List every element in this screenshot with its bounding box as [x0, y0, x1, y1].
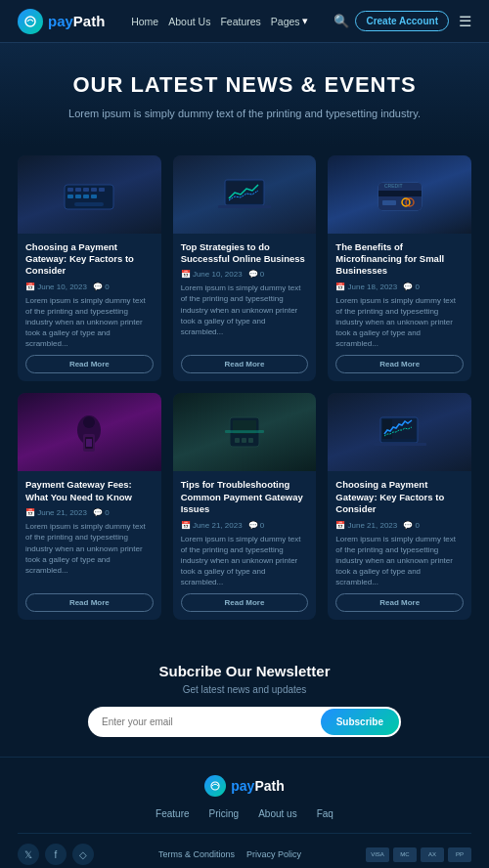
visa-icon: VISA — [366, 847, 389, 862]
newsletter-title: Subcribe Our Newsletter — [29, 663, 460, 679]
svg-rect-6 — [99, 188, 105, 192]
card-title: Choosing a Payment Gateway: Key Factors … — [25, 241, 154, 278]
footer-logo-icon — [204, 775, 226, 797]
svg-rect-9 — [83, 195, 89, 198]
news-section: Choosing a Payment Gateway: Key Factors … — [0, 146, 489, 640]
card-comments: 💬 0 — [248, 270, 265, 279]
news-card: Choosing a Payment Gateway: Key Factors … — [18, 155, 161, 382]
card-body: Choosing a Payment Gateway: Key Factors … — [18, 234, 161, 382]
header-actions: 🔍 Create Account ☰ — [333, 11, 471, 31]
read-more-button[interactable]: Read More — [181, 593, 309, 612]
card-text: Lorem ipsum is simply dummy text of the … — [25, 295, 154, 350]
card-date: 📅 June 21, 2023 — [335, 521, 397, 530]
logo-icon — [18, 9, 43, 34]
svg-rect-36 — [382, 419, 392, 439]
svg-rect-32 — [248, 438, 253, 443]
footer-logo-text: payPath — [231, 778, 284, 794]
card-comments: 💬 0 — [93, 282, 110, 291]
hamburger-menu-icon[interactable]: ☰ — [459, 13, 471, 30]
amex-icon: AX — [421, 847, 444, 862]
chevron-down-icon: ▾ — [302, 15, 308, 27]
subscribe-button[interactable]: Subscribe — [321, 709, 399, 735]
footer-nav: FeaturePricingAbout usFaq — [0, 808, 489, 819]
svg-rect-5 — [91, 188, 97, 192]
card-date: 📅 June 10, 2023 — [181, 270, 243, 279]
card-image — [328, 393, 471, 471]
logo-pay: payPath — [48, 13, 105, 29]
card-body: The Benefits of Microfinancing for Small… — [328, 234, 471, 382]
footer-nav-item[interactable]: Feature — [156, 808, 189, 819]
svg-rect-11 — [74, 202, 104, 206]
card-image-decoration — [328, 393, 471, 471]
nav-about[interactable]: About Us — [168, 16, 210, 27]
footer-nav-item[interactable]: Pricing — [209, 808, 240, 819]
card-image-decoration — [18, 155, 161, 234]
card-image — [173, 393, 317, 471]
read-more-button[interactable]: Read More — [335, 355, 464, 373]
card-image-decoration: CREDIT — [328, 155, 471, 234]
card-text: Lorem ipsum is simply dummy text of the … — [181, 534, 309, 588]
svg-rect-37 — [374, 443, 426, 446]
footer-logo: payPath — [0, 775, 489, 797]
header: payPath Home About Us Features Pages ▾ 🔍… — [0, 0, 489, 43]
mastercard-icon: MC — [393, 847, 417, 862]
card-image — [18, 393, 161, 471]
email-input[interactable] — [88, 709, 319, 735]
read-more-button[interactable]: Read More — [25, 593, 154, 612]
footer-link[interactable]: Privacy Policy — [246, 849, 301, 859]
nav-pages-link[interactable]: Pages — [271, 16, 300, 27]
svg-rect-13 — [227, 182, 262, 203]
card-image-decoration — [173, 155, 317, 234]
card-comments: 💬 0 — [248, 521, 265, 530]
footer-bottom: 𝕏 f ◇ Terms & ConditionsPrivacy Policy V… — [0, 844, 489, 865]
read-more-button[interactable]: Read More — [25, 355, 154, 373]
news-card: Payment Gateway Fees: What You Need to K… — [18, 393, 161, 620]
svg-rect-10 — [91, 195, 97, 198]
nav-features[interactable]: Features — [220, 16, 260, 27]
svg-rect-3 — [75, 188, 81, 192]
twitter-icon[interactable]: 𝕏 — [18, 844, 39, 865]
paypal-icon: PP — [448, 847, 471, 862]
search-button[interactable]: 🔍 — [333, 14, 349, 28]
svg-text:CREDIT: CREDIT — [384, 183, 403, 189]
newsletter-section: Subcribe Our Newsletter Get latest news … — [0, 639, 489, 757]
facebook-icon[interactable]: f — [45, 844, 67, 865]
read-more-button[interactable]: Read More — [181, 355, 309, 373]
card-meta: 📅 June 21, 2023 💬 0 — [335, 521, 464, 530]
instagram-icon[interactable]: ◇ — [72, 844, 94, 865]
svg-rect-26 — [86, 439, 92, 447]
footer-link[interactable]: Terms & Conditions — [158, 849, 235, 859]
social-icons: 𝕏 f ◇ — [18, 844, 94, 865]
card-date: 📅 June 10, 2023 — [25, 282, 87, 291]
nav-pages[interactable]: Pages ▾ — [271, 15, 308, 27]
footer-nav-item[interactable]: About us — [258, 808, 296, 819]
footer-nav-item[interactable]: Faq — [317, 808, 333, 819]
card-comments: 💬 0 — [403, 282, 420, 291]
svg-rect-4 — [83, 188, 89, 192]
newsletter-form: Subscribe — [88, 707, 401, 737]
card-text: Lorem ipsum is simply dummy text of the … — [335, 295, 464, 350]
card-comments: 💬 0 — [403, 521, 420, 530]
card-meta: 📅 June 21, 2023 💬 0 — [25, 508, 154, 517]
read-more-button[interactable]: Read More — [335, 593, 464, 612]
news-grid: Choosing a Payment Gateway: Key Factors … — [18, 155, 471, 621]
card-meta: 📅 June 21, 2023 💬 0 — [181, 521, 309, 530]
create-account-button[interactable]: Create Account — [355, 11, 449, 31]
hero-subtitle: Lorem ipsum is simply dummy text of the … — [20, 106, 469, 122]
footer-divider — [18, 833, 471, 834]
footer: payPath FeaturePricingAbout usFaq 𝕏 f ◇ … — [0, 757, 489, 868]
news-card: Choosing a Payment Gateway: Key Factors … — [328, 393, 471, 620]
svg-rect-18 — [382, 200, 396, 205]
card-title: Top Strategies to do Successful Online B… — [181, 241, 309, 266]
card-date: 📅 June 21, 2023 — [181, 521, 243, 530]
card-image: CREDIT — [328, 155, 471, 234]
logo[interactable]: payPath — [18, 9, 105, 34]
payment-icons: VISA MC AX PP — [366, 847, 471, 862]
svg-rect-33 — [225, 430, 264, 433]
svg-rect-8 — [75, 195, 81, 198]
card-image-decoration — [18, 393, 161, 471]
svg-rect-30 — [235, 438, 240, 443]
card-text: Lorem ipsum is simply dummy text of the … — [335, 534, 464, 588]
card-comments: 💬 0 — [93, 508, 110, 517]
nav-home[interactable]: Home — [131, 16, 158, 27]
